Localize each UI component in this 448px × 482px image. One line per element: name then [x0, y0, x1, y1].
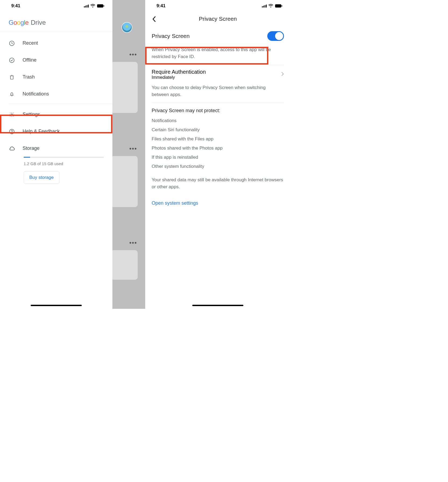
buy-storage-button[interactable]: Buy storage — [24, 171, 59, 184]
not-protect-item: Photos shared with the Photos app — [152, 144, 284, 153]
more-icon[interactable]: ••• — [129, 51, 137, 58]
home-indicator — [31, 305, 82, 306]
svg-rect-1 — [104, 5, 104, 7]
screen-privacy-screen: 9:41 Privacy Screen Privacy Screen When … — [145, 0, 290, 309]
svg-point-5 — [11, 114, 13, 115]
menu-label: Settings — [23, 112, 40, 117]
file-card — [111, 62, 138, 113]
battery-icon — [275, 4, 282, 8]
brand-google-drive: Google Drive — [0, 12, 112, 32]
navigation-drawer: 9:41 Google Drive Recent Offline — [0, 0, 112, 309]
not-protect-item: If this app is reinstalled — [152, 153, 284, 162]
privacy-footnote: Your shared data may still be available … — [145, 171, 290, 195]
svg-rect-8 — [282, 5, 282, 7]
open-system-settings-link[interactable]: Open system settings — [145, 195, 290, 211]
menu-item-help[interactable]: Help & Feedback — [0, 123, 112, 140]
svg-rect-0 — [97, 4, 103, 8]
google-logo: Google — [9, 19, 29, 26]
menu-item-offline[interactable]: Offline — [0, 52, 112, 69]
menu-item-trash[interactable]: Trash — [0, 69, 112, 86]
gear-icon — [9, 112, 15, 118]
menu-item-settings[interactable]: Settings — [0, 106, 112, 123]
wifi-icon — [268, 4, 273, 8]
status-bar: 9:41 — [0, 0, 112, 12]
svg-point-3 — [9, 58, 14, 62]
menu-label: Recent — [23, 40, 38, 46]
status-bar: 9:41 — [145, 0, 290, 12]
not-protect-item: Other system functionality — [152, 162, 284, 171]
bell-icon — [9, 91, 15, 97]
not-protect-list: NotificationsCertain Siri functionalityF… — [145, 116, 290, 171]
storage-text: 1.2 GB of 15 GB used — [24, 161, 104, 166]
menu-divider — [9, 104, 112, 104]
screen-drive-menu: ••• ••• ••• Files 9:41 Google — [0, 0, 145, 309]
privacy-toggle-label: Privacy Screen — [152, 33, 190, 39]
status-time: 9:41 — [157, 3, 165, 9]
storage-progress — [24, 157, 104, 158]
menu-item-recent[interactable]: Recent — [0, 35, 112, 52]
drawer-menu: Recent Offline Trash Notifications — [0, 32, 112, 184]
cloud-icon — [9, 146, 15, 151]
clock-icon — [9, 40, 15, 46]
require-auth-row[interactable]: Require Authentication Immediately — [145, 65, 290, 80]
menu-item-notifications[interactable]: Notifications — [0, 86, 112, 102]
cellular-icon — [84, 4, 89, 8]
wifi-icon — [90, 4, 95, 8]
not-protect-item: Certain Siri functionality — [152, 125, 284, 134]
privacy-screen-row: Privacy Screen — [145, 26, 290, 45]
svg-rect-4 — [10, 76, 13, 79]
page-title: Privacy Screen — [199, 16, 237, 22]
file-card — [111, 156, 138, 207]
not-protect-item: Files shared with the Files app — [152, 134, 284, 144]
require-auth-label: Require Authentication — [152, 69, 206, 75]
file-card — [111, 250, 138, 280]
home-indicator — [192, 305, 243, 306]
brand-drive-label: Drive — [31, 19, 46, 26]
privacy-toggle[interactable] — [267, 31, 284, 41]
menu-label: Notifications — [23, 91, 49, 97]
chevron-right-icon — [281, 72, 284, 77]
page-header: Privacy Screen — [145, 12, 290, 26]
help-icon — [9, 129, 15, 134]
more-icon[interactable]: ••• — [129, 145, 137, 152]
privacy-toggle-description: When Privacy Screen is enabled, access t… — [145, 45, 290, 65]
trash-icon — [9, 74, 15, 80]
more-icon[interactable]: ••• — [129, 239, 137, 246]
svg-rect-7 — [275, 4, 281, 8]
battery-icon — [97, 4, 104, 8]
offline-icon — [9, 57, 15, 63]
menu-label: Storage — [23, 146, 40, 151]
menu-label: Offline — [23, 57, 37, 63]
cellular-icon — [262, 4, 267, 8]
back-button[interactable] — [150, 15, 158, 23]
chevron-left-icon — [152, 16, 156, 22]
not-protect-item: Notifications — [152, 116, 284, 125]
menu-label: Trash — [23, 74, 35, 80]
status-time: 9:41 — [11, 3, 20, 9]
require-auth-value: Immediately — [152, 75, 206, 80]
require-auth-description: You can choose to delay Privacy Screen w… — [145, 80, 290, 103]
storage-section: 1.2 GB of 15 GB used Buy storage — [0, 157, 112, 184]
menu-item-storage[interactable]: Storage — [0, 140, 112, 157]
not-protect-title: Privacy Screen may not protect: — [152, 108, 284, 114]
menu-label: Help & Feedback — [23, 129, 60, 134]
account-avatar[interactable] — [122, 22, 132, 33]
